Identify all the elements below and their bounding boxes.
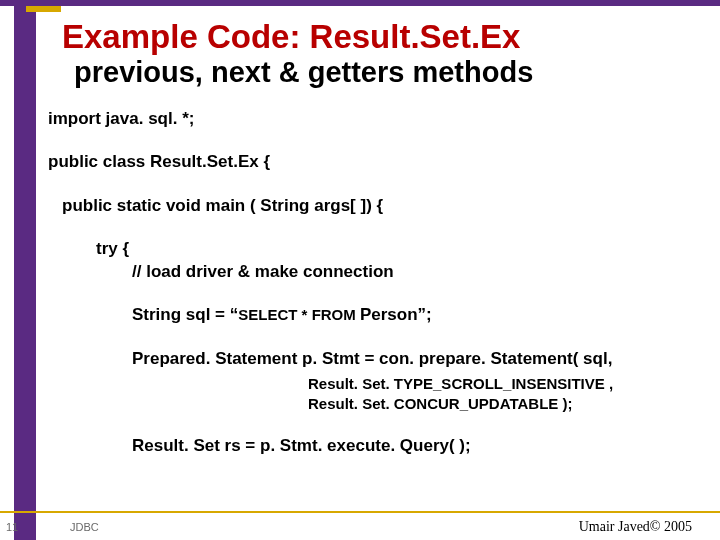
- code-line: import java. sql. *;: [48, 108, 700, 129]
- code-line: // load driver & make connection: [132, 261, 700, 282]
- code-line: public class Result.Set.Ex {: [48, 151, 700, 172]
- code-line: try {: [96, 238, 700, 259]
- footer-center-text: JDBC: [70, 521, 99, 533]
- code-line: String sql = “SELECT * FROM Person”;: [132, 304, 700, 325]
- code-line: Result. Set rs = p. Stmt. execute. Query…: [132, 435, 700, 456]
- footer-divider: [0, 511, 720, 513]
- code-block: import java. sql. *; public class Result…: [48, 108, 700, 457]
- slide-subtitle: previous, next & getters methods: [74, 56, 533, 89]
- code-text: String sql = “: [132, 305, 238, 324]
- code-line: public static void main ( String args[ ]…: [62, 195, 700, 216]
- side-accent-bar: [14, 0, 36, 540]
- code-line: Result. Set. CONCUR_UPDATABLE );: [308, 395, 700, 414]
- code-text: Person”;: [360, 305, 432, 324]
- code-line: Prepared. Statement p. Stmt = con. prepa…: [132, 348, 700, 369]
- slide-number: 11: [6, 521, 18, 533]
- top-accent-bar: [0, 0, 720, 6]
- footer-copyright: Umair Javed© 2005: [579, 519, 692, 535]
- code-line: Result. Set. TYPE_SCROLL_INSENSITIVE ,: [308, 375, 700, 394]
- slide-title: Example Code: Result.Set.Ex: [62, 18, 520, 56]
- code-text: SELECT * FROM: [238, 306, 360, 323]
